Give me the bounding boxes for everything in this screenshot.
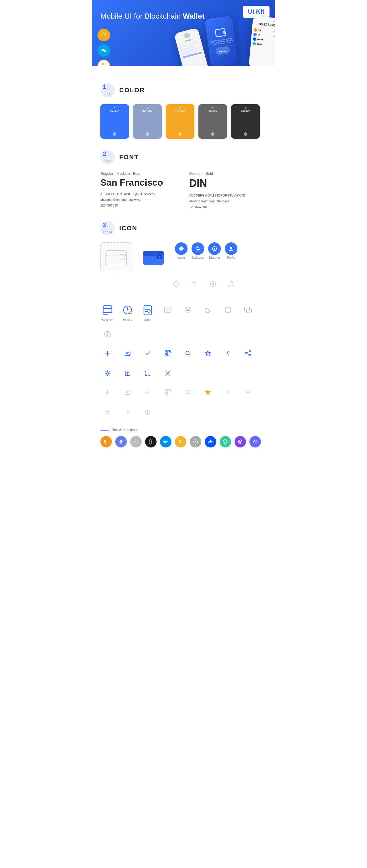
svg-marker-12 — [179, 246, 184, 251]
qr-icon — [161, 346, 175, 361]
svg-text:₿: ₿ — [104, 439, 106, 444]
svg-rect-51 — [169, 351, 170, 352]
font-section-header: 2 TWO FONT — [101, 150, 266, 164]
svg-line-79 — [189, 393, 190, 395]
svg-rect-72 — [125, 390, 130, 395]
svg-text:Ł: Ł — [135, 440, 137, 444]
check-icon — [140, 346, 155, 361]
svg-rect-28 — [144, 306, 151, 315]
dydx-icon — [250, 436, 261, 447]
plus-icon — [101, 346, 115, 361]
color-title: COLOR — [119, 87, 145, 94]
hero-section: Mobile UI for Blockchain Wallet UI Kit P… — [92, 0, 275, 66]
exchange-icon-outline — [188, 277, 202, 291]
svg-point-18 — [212, 283, 214, 285]
phone-right: myWallet $6,297,502.12 BTC 738.2003 — [249, 16, 275, 66]
list-edit-icon-gray — [120, 385, 135, 399]
svg-rect-50 — [166, 351, 167, 352]
profile-icon-outline — [224, 277, 238, 291]
icon-main-row: Assets Exchange Discove — [101, 242, 266, 271]
nav-discover: Discover — [208, 242, 221, 259]
nav-profile: Profile — [225, 242, 237, 259]
svg-rect-75 — [165, 390, 167, 392]
svg-rect-76 — [168, 390, 170, 392]
iota-icon — [190, 436, 201, 447]
chevron-left-icon — [221, 346, 235, 361]
svg-point-61 — [246, 353, 247, 354]
bitcoin-icon: ₿ — [101, 436, 112, 447]
svg-line-63 — [247, 352, 249, 353]
color-swatch-blue: # 3574FA — [101, 104, 129, 138]
kyber-icon — [220, 436, 231, 447]
svg-marker-16 — [173, 281, 179, 287]
svg-rect-20 — [103, 306, 112, 313]
settings-icon — [101, 366, 115, 380]
icon-title: ICON — [119, 225, 137, 232]
font-title: FONT — [119, 154, 139, 161]
tool-icons-row — [101, 346, 266, 380]
svg-point-11 — [158, 255, 161, 258]
list-edit-icon — [120, 346, 135, 361]
blockchain-section: BlockChain Icon ₿ Ł — [101, 428, 266, 447]
svg-marker-80 — [205, 390, 211, 395]
svg-point-14 — [214, 248, 215, 249]
chat2-icon — [241, 303, 255, 317]
zcash-icon: Z — [175, 436, 186, 447]
chevron-left-icon-gray — [221, 385, 235, 399]
svg-rect-55 — [169, 355, 169, 356]
svg-marker-88 — [119, 439, 123, 443]
svg-point-62 — [250, 355, 251, 356]
color-section-header: 1 ONE COLOR — [101, 83, 266, 97]
svg-rect-53 — [169, 354, 169, 355]
crypto-icons-row: ₿ Ł — [101, 436, 266, 447]
app-order: Order — [140, 303, 155, 321]
qr-icon-gray — [161, 385, 175, 399]
color-swatches: # 3574FA # 8DA0C8 # F5A623 # 666666 # 30… — [101, 104, 266, 138]
color-swatch-dark: # 303030 — [231, 104, 260, 138]
svg-point-60 — [250, 351, 251, 352]
svg-marker-59 — [205, 351, 211, 356]
tool-badges: Ps 60+Screens — [97, 29, 110, 66]
discover-icon-outline — [206, 277, 220, 291]
expand-icon — [140, 366, 155, 380]
share-icon — [241, 346, 255, 361]
svg-line-58 — [189, 354, 190, 356]
svg-point-15 — [230, 247, 232, 249]
svg-point-41 — [107, 333, 108, 334]
svg-text:Z: Z — [179, 440, 181, 444]
ethereum-icon — [115, 436, 127, 447]
circle-icon — [221, 303, 235, 317]
steem-icon — [145, 436, 157, 447]
check-icon-gray — [140, 385, 155, 399]
divider-1 — [101, 297, 266, 297]
svg-rect-4 — [119, 255, 125, 259]
svg-point-36 — [225, 307, 231, 313]
nav-exchange: Exchange — [192, 242, 204, 259]
plus-icon-gray — [101, 385, 115, 399]
moon-icon — [201, 303, 215, 317]
upload-icon — [120, 366, 135, 380]
phone-left: Profile — [174, 28, 209, 66]
app-history: History — [120, 303, 135, 321]
blockchain-label-row: BlockChain Icon — [101, 428, 266, 432]
svg-point-35 — [185, 307, 191, 309]
svg-point-19 — [230, 281, 233, 284]
color-swatch-grayblue: # 8DA0C8 — [133, 104, 162, 138]
font-din: Medium · Bold DIN ABCDEFGHIJKLMNOPQRSTUV… — [189, 171, 266, 210]
arrows-icon-gray — [241, 385, 255, 399]
assets-icon-outline — [169, 277, 184, 291]
search-icon-gray — [181, 385, 195, 399]
section-1-badge: 1 ONE — [101, 83, 115, 97]
wallet-icon-wireframe — [101, 242, 132, 271]
svg-line-64 — [247, 354, 249, 355]
icon-section-header: 3 THREE ICON — [101, 221, 266, 236]
svg-rect-21 — [103, 306, 112, 309]
search-icon — [181, 346, 195, 361]
font-san-francisco: Regular · Medium · Bold San Francisco AB… — [101, 171, 178, 210]
main-content: 1 ONE COLOR # 3574FA # 8DA0C8 # F5A623 #… — [92, 66, 275, 456]
svg-marker-96 — [209, 439, 211, 441]
font-section: Regular · Medium · Bold San Francisco AB… — [101, 171, 266, 210]
nav-assets: Assets — [175, 242, 188, 259]
waves-icon — [205, 436, 216, 447]
litecoin-icon: Ł — [130, 436, 142, 447]
